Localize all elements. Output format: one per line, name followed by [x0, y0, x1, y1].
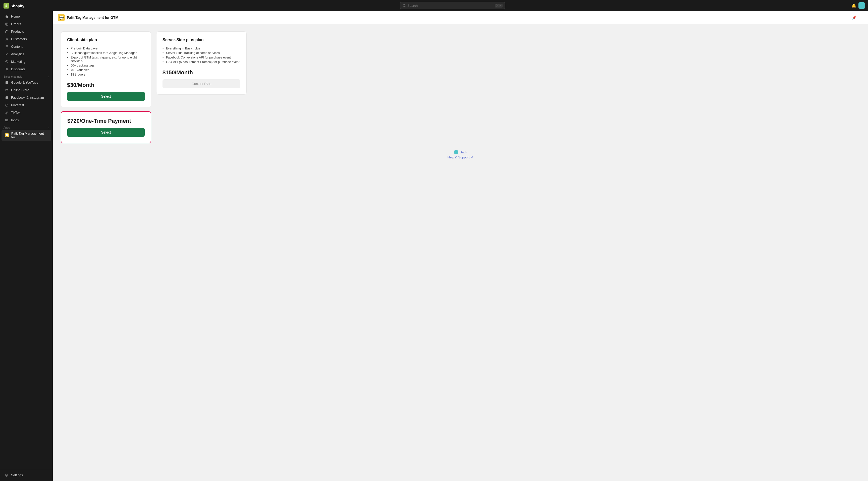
info-row: i Back	[454, 150, 467, 154]
info-icon: i	[454, 150, 458, 154]
sidebar-item-tiktok-label: TikTok	[11, 111, 20, 115]
server-side-price: $150/Month	[162, 69, 240, 76]
svg-point-2	[6, 38, 7, 39]
home-icon	[5, 15, 8, 18]
sidebar-item-pinterest-label: Pinterest	[11, 103, 24, 107]
sidebar-item-marketing-label: Marketing	[11, 60, 25, 64]
sidebar-item-analytics-label: Analytics	[11, 52, 24, 56]
client-side-plan-title: Client-side plan	[67, 38, 145, 42]
app-header: 💬 Pafit Tag Management for GTM 📌 ···	[53, 11, 868, 24]
apps-expand-icon[interactable]: ›	[49, 126, 49, 129]
app-header-right: 📌 ···	[852, 15, 863, 20]
topbar: ⌘ K 🔔	[53, 0, 868, 11]
feature-item: Pre-built Data Layer	[67, 46, 145, 51]
sidebar-item-content[interactable]: Content	[1, 43, 51, 50]
plans-container: Client-side plan Pre-built Data Layer Bu…	[53, 24, 868, 169]
one-time-plan-card: $720/One-Time Payment Select	[61, 111, 151, 143]
avatar[interactable]	[859, 2, 865, 9]
marketing-icon	[5, 60, 8, 64]
sidebar-item-home-label: Home	[11, 14, 20, 18]
search-input[interactable]	[407, 4, 493, 7]
sidebar-item-orders[interactable]: Orders	[1, 20, 51, 28]
sidebar-item-inbox-label: Inbox	[11, 118, 19, 122]
apps-label: Apps	[3, 126, 10, 129]
apps-section: Apps ›	[0, 124, 53, 130]
shopify-logo-icon: S	[3, 3, 9, 8]
sidebar-item-inbox[interactable]: Inbox	[1, 117, 51, 124]
analytics-icon	[5, 53, 8, 56]
external-link-icon: ↗	[470, 155, 473, 159]
sidebar-item-customers[interactable]: Customers	[1, 35, 51, 43]
one-time-price: $720/One-Time Payment	[67, 118, 145, 124]
feature-item: 18 triggers	[67, 72, 145, 77]
footer-links: i Back Help & Support ↗	[61, 147, 860, 162]
sidebar-item-settings-label: Settings	[11, 473, 23, 477]
pinterest-icon	[5, 103, 8, 107]
content-icon	[5, 45, 8, 49]
settings-icon	[5, 474, 8, 477]
sidebar-item-facebook[interactable]: Facebook & Instagram	[1, 94, 51, 101]
plans-row-top: Client-side plan Pre-built Data Layer Bu…	[61, 31, 860, 107]
sidebar-item-content-label: Content	[11, 45, 23, 49]
search-bar[interactable]: ⌘ K	[400, 2, 505, 9]
feature-item: Server-Side Tracking of some services	[162, 51, 240, 55]
sidebar-footer: Settings	[0, 469, 53, 481]
main-content: 💬 Pafit Tag Management for GTM 📌 ··· Cli…	[53, 11, 868, 481]
sidebar-item-orders-label: Orders	[11, 22, 21, 26]
feature-item: Bulk configuration files for Google Tag …	[67, 51, 145, 55]
feature-item: 70+ variables	[67, 68, 145, 72]
help-support-label: Help & Support	[447, 155, 470, 159]
client-side-select-button[interactable]: Select	[67, 92, 145, 101]
back-link[interactable]: Back	[460, 150, 467, 154]
pafit-app-icon: 💬	[5, 133, 9, 137]
app-header-left: 💬 Pafit Tag Management for GTM	[58, 14, 118, 21]
client-side-price: $30/Month	[67, 82, 145, 88]
svg-point-9	[403, 4, 405, 6]
sidebar-nav: Home Orders Products Customers Content A…	[0, 11, 53, 469]
client-side-plan-card: Client-side plan Pre-built Data Layer Bu…	[61, 31, 151, 107]
shopify-logo[interactable]: S Shopify	[3, 3, 24, 8]
sidebar-item-google[interactable]: Google & YouTube	[1, 79, 51, 86]
sidebar: S Shopify Home Orders Products Customers…	[0, 0, 53, 481]
svg-point-8	[5, 104, 8, 106]
sidebar-item-pinterest[interactable]: Pinterest	[1, 101, 51, 109]
sidebar-item-marketing[interactable]: Marketing	[1, 58, 51, 65]
feature-item: Everything in Basic, plus	[162, 46, 240, 51]
more-icon[interactable]: ···	[860, 15, 863, 20]
google-icon	[5, 81, 8, 84]
sidebar-item-settings[interactable]: Settings	[1, 472, 51, 479]
sidebar-item-online-store[interactable]: Online Store	[1, 86, 51, 94]
sidebar-item-home[interactable]: Home	[1, 13, 51, 20]
sidebar-item-facebook-label: Facebook & Instagram	[11, 96, 44, 99]
sidebar-item-products-label: Products	[11, 30, 24, 33]
sales-channels-section: Sales channels ›	[0, 73, 53, 78]
sidebar-item-pafit-label: Pafit Tag Management for...	[11, 132, 48, 139]
pin-icon[interactable]: 📌	[852, 15, 857, 20]
expand-icon[interactable]: ›	[49, 75, 49, 78]
app-title: Pafit Tag Management for GTM	[67, 15, 118, 20]
search-shortcut: ⌘ K	[495, 4, 502, 7]
svg-rect-7	[5, 96, 8, 99]
products-icon	[5, 30, 8, 33]
sales-channels-label: Sales channels	[3, 75, 22, 78]
sidebar-item-tiktok[interactable]: TikTok	[1, 109, 51, 116]
help-support-link[interactable]: Help & Support ↗	[447, 155, 473, 159]
feature-item: 50+ tracking tags	[67, 63, 145, 68]
sidebar-item-analytics[interactable]: Analytics	[1, 51, 51, 58]
sidebar-item-discounts[interactable]: Discounts	[1, 66, 51, 73]
svg-rect-6	[5, 81, 8, 84]
one-time-select-button[interactable]: Select	[67, 128, 145, 137]
current-plan-button: Current Plan	[162, 79, 240, 88]
sidebar-item-customers-label: Customers	[11, 37, 27, 41]
customers-icon	[5, 37, 8, 41]
feature-item: GA4 API (Measurement Protocol) for purch…	[162, 60, 240, 64]
server-side-plan-card: Server-Side plus plan Everything in Basi…	[156, 31, 247, 95]
feature-item: Export of GTM tags, triggers, etc. for u…	[67, 55, 145, 63]
shopify-brand-name: Shopify	[10, 4, 24, 8]
orders-icon	[5, 22, 8, 26]
svg-point-4	[6, 68, 7, 69]
sidebar-item-google-label: Google & YouTube	[11, 81, 38, 84]
sidebar-item-products[interactable]: Products	[1, 28, 51, 35]
notification-icon[interactable]: 🔔	[851, 3, 857, 8]
sidebar-item-pafit[interactable]: 💬 Pafit Tag Management for...	[1, 130, 51, 141]
